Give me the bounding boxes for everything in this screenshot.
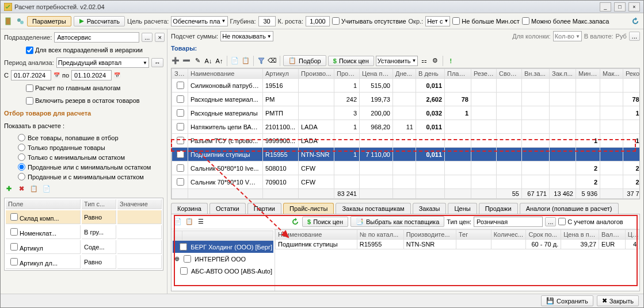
dept-input[interactable] [54,32,139,43]
table-row[interactable]: Расходные материалыРМТП3200,000,03211,00 [172,106,641,120]
col-label: Для колонки: [512,33,550,40]
table-row[interactable]: Силиконовый патрубо...195161515,000,011 [172,79,641,93]
dept-pick-button[interactable]: ... [142,33,153,42]
filter-row[interactable]: Склад комп...Равно [6,210,162,224]
sub-search-prices-button[interactable]: $ Поиск цен [302,217,348,227]
sub-list-icon[interactable]: ☰ [196,217,205,226]
tab-5[interactable]: Заказы [413,203,447,214]
round-label: Окр.: [409,18,424,25]
table-row[interactable]: Подшипник ступицыR15955NTN-SNR17 110,000… [172,148,641,161]
nomoremin-check[interactable]: Не больше Мин.ост [452,17,520,25]
podbor-button[interactable]: 📋 Подбор [283,55,326,66]
sort-az-icon[interactable]: A↓ [204,56,213,66]
period-label: Период анализа: [4,59,54,66]
moremax-check[interactable]: Можно более Макс.запаса [522,17,609,25]
curr-value: Руб [616,33,627,40]
show-radio-2[interactable]: Только с минимальным остатком [18,152,163,162]
period-swap-button[interactable]: ↔ [151,58,163,67]
tab-1[interactable]: Остатки [209,203,246,214]
to-date[interactable] [71,70,112,80]
sum-select[interactable]: Не показывать▼ [220,31,273,41]
all-depts-check[interactable]: Для всех подразделений в иерархии [26,47,143,54]
with-analogs-check[interactable]: С учетом аналогов [558,218,623,225]
sub-refresh-icon[interactable] [291,217,300,226]
cascade-icon[interactable]: ⚏ [420,56,429,66]
add-row-icon[interactable]: ➕ [171,56,180,66]
edit-icon[interactable]: ✎ [193,56,202,66]
sub-add-icon[interactable]: 📄 [173,217,182,226]
set-select[interactable]: Установить▼ [376,56,418,66]
filter-row[interactable]: Номенклат...В гру... [6,225,162,239]
kgrowth-input[interactable] [306,16,330,26]
depth-input[interactable] [258,16,276,26]
dept-clear-button[interactable]: × [155,33,164,42]
supplier-item[interactable]: АБС-АВТО ООО [ABS-Auto] [173,265,273,277]
sort-za-icon[interactable]: A↑ [215,56,224,66]
params-button[interactable]: Параметры [27,16,71,26]
absence-check[interactable]: Учитывать отсутствие [332,17,406,25]
filter-del-icon[interactable]: ✖ [17,184,26,193]
filter-row[interactable]: АртикулСоде... [6,240,162,254]
filter-row[interactable]: Артикул дл...Равно [6,255,162,269]
tab-0[interactable]: Корзина [171,203,208,214]
tab-7[interactable]: Продажи [479,203,518,214]
table-row[interactable]: Подшипник ступицыR15955NTN-SNR60 - 70 д.… [276,240,639,249]
supplier-tree[interactable]: БЕРГ Холдинг (ООО) [Берг]⊕ИНТЕРПЕЙ ОООАБ… [172,229,275,291]
del-row-icon[interactable]: ➖ [182,56,191,66]
app-icon [4,3,12,11]
calculate-button[interactable]: Рассчитать [74,16,125,26]
tab-4[interactable]: Заказы поставщикам [336,203,410,214]
goods-grid[interactable]: За...НаименованиеАртикулПроизво...Прод..… [171,68,640,199]
col-select[interactable]: Кол-во▼ [553,31,582,41]
show-radio-3[interactable]: Проданные или с минимальным остатком [18,162,163,172]
paste-icon[interactable]: 📋 [241,56,250,66]
show-header: Показать в расчете : [4,122,64,129]
reserve-check[interactable]: Включить резерв в остаток товаров [26,97,140,105]
save-button[interactable]: 💾 Сохранить [541,295,593,306]
filter-add-icon[interactable]: ✚ [4,184,13,193]
price-type-input[interactable] [474,217,543,227]
table-row[interactable]: Расходные материал...РМ242199,732,602787… [172,93,641,106]
as-supplier-button[interactable]: 📑 Выбрать как поставщика [350,216,444,227]
svg-point-3 [20,21,24,24]
filter-table[interactable]: ПолеТип с...Значение Склад комп...РавноН… [4,198,163,271]
table-row[interactable]: Разъем ТСУ (с прово...9999900...LADA11,0… [172,134,641,148]
supplier-item[interactable]: БЕРГ Холдинг (ООО) [Берг] [173,241,273,253]
filter-icon[interactable] [257,56,266,66]
table-row[interactable]: Натяжитель цепи ВАЗ...2101100...LADA1968… [172,120,641,134]
close-button[interactable]: × [628,2,640,11]
show-radio-0[interactable]: Все товары, попавшие в отбор [18,133,163,143]
price-type-pick[interactable]: ... [545,217,556,226]
excl-icon[interactable]: ! [446,56,455,66]
door-icon[interactable] [4,17,13,26]
maximize-button[interactable]: □ [614,2,626,11]
filter-copy-icon[interactable]: 📋 [29,184,39,193]
show-radio-1[interactable]: Только проданные товары [18,143,163,152]
search-prices-button[interactable]: $ Поиск цен [328,56,374,66]
goal-select[interactable]: Обеспечить пла▼ [171,16,227,26]
settings-icon[interactable]: ⚙ [430,56,440,66]
table-row[interactable]: Сальник 50*80*10 Ive...508010CFW22,00 [172,161,641,175]
curr-pick-button[interactable]: ... [629,32,640,41]
tab-2[interactable]: Партии [247,203,281,214]
analogs-check[interactable]: Расчет по главным аналогам [26,84,120,92]
show-radio-4[interactable]: Проданные и с минимальным остатком [18,172,163,182]
tab-3[interactable]: Прайс-листы [283,203,334,214]
filter-settings-icon[interactable]: 📄 [42,184,51,193]
refresh-icon[interactable] [631,17,640,26]
filter-clear-icon[interactable]: ⌫ [268,56,277,66]
users-icon[interactable] [16,17,25,26]
tab-8[interactable]: Аналоги (попавшие в расчет) [520,203,619,214]
footer-close-button[interactable]: ✖ Закрыть [597,295,639,306]
depth-label: Глубина: [230,18,256,25]
from-date[interactable] [11,70,51,80]
table-row[interactable]: Сальник 70*90*10 VW...709010CFW22,00 [172,175,641,189]
sub-grid[interactable]: Наименование№ по катал...Производите...Т… [275,229,639,249]
sub-copy-icon[interactable]: 📋 [185,217,194,226]
copy-icon[interactable]: 📄 [230,56,239,66]
round-select[interactable]: Нет с▼ [425,16,450,26]
supplier-item[interactable]: ⊕ИНТЕРПЕЙ ООО [173,253,273,265]
minimize-button[interactable]: _ [600,2,611,11]
period-select[interactable]: Предыдущий квартал▼ [56,57,149,68]
tab-6[interactable]: Цены [448,203,477,214]
